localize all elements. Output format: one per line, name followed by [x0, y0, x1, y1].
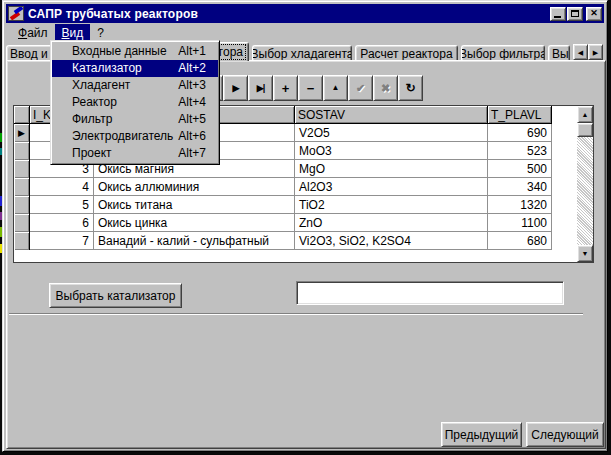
- next-page-button[interactable]: Следующий: [526, 422, 604, 447]
- selected-catalyst-input[interactable]: [296, 281, 564, 305]
- nav-last-button[interactable]: ▶|: [248, 75, 273, 101]
- post-record-icon: ✔: [356, 83, 365, 94]
- nav-delete-button[interactable]: −: [298, 75, 323, 101]
- delete-record-icon: −: [307, 82, 315, 95]
- select-catalyst-button[interactable]: Выбрать катализатор: [49, 283, 182, 308]
- tab-reactor-calc[interactable]: Расчет реактора: [355, 45, 458, 61]
- maximize-button[interactable]: [567, 7, 583, 21]
- previous-page-button[interactable]: Предыдущий: [441, 422, 522, 447]
- view-menu-dropdown: Входные данныеAlt+1 КатализаторAlt+2 Хла…: [50, 40, 220, 165]
- chevron-left-icon: ◀: [578, 49, 583, 56]
- grid-header-sostav[interactable]: SOSTAV: [295, 106, 488, 124]
- next-record-icon: ▶: [233, 84, 239, 93]
- scrollbar-down-button[interactable]: ▼: [577, 245, 593, 262]
- nav-cancel-button[interactable]: ✖: [373, 75, 398, 101]
- nav-insert-button[interactable]: +: [273, 75, 298, 101]
- table-row[interactable]: 5 Окись титана TiO2 1320: [14, 196, 577, 214]
- menu-item-project[interactable]: ПроектAlt+7: [52, 145, 218, 162]
- current-row-indicator: ▶: [14, 124, 30, 142]
- minimize-button[interactable]: [550, 7, 566, 21]
- app-icon: [8, 6, 24, 21]
- tab-select-filter[interactable]: Выбор фильтра: [461, 45, 545, 61]
- menu-item-coolant[interactable]: ХладагентAlt+3: [52, 77, 218, 94]
- arrow-up-icon: ▲: [582, 111, 589, 118]
- titlebar[interactable]: САПР трубчатых реакторов ✕: [6, 4, 604, 23]
- tab-scroll-left-button[interactable]: ◀: [573, 44, 588, 60]
- close-icon: ✕: [590, 9, 598, 18]
- grid-vertical-scrollbar[interactable]: ▲ ▼: [577, 106, 593, 262]
- minimize-icon: [554, 16, 561, 18]
- nav-next-button[interactable]: ▶: [223, 75, 248, 101]
- tab-select-coolant[interactable]: Выбор хладагента: [252, 45, 352, 61]
- grid-header-indicator: [14, 106, 30, 124]
- nav-post-button[interactable]: ✔: [348, 75, 373, 101]
- cancel-record-icon: ✖: [381, 83, 390, 94]
- panel-divider: [9, 313, 583, 315]
- refresh-icon: ↻: [405, 82, 415, 94]
- maximize-icon: [571, 10, 579, 17]
- scrollbar-up-button[interactable]: ▲: [577, 106, 593, 123]
- nav-edit-button[interactable]: ▲: [323, 75, 348, 101]
- table-row[interactable]: 4 Окись аллюминия Al2O3 340: [14, 178, 577, 196]
- grid-header-t-plavl[interactable]: T_PLAVL: [488, 106, 552, 124]
- arrow-down-icon: ▼: [582, 250, 589, 257]
- chevron-right-icon: ▶: [593, 49, 598, 56]
- window-title: САПР трубчатых реакторов: [28, 7, 198, 21]
- scrollbar-track[interactable]: [577, 137, 593, 245]
- edit-record-icon: ▲: [332, 84, 340, 92]
- last-record-icon: ▶|: [257, 84, 264, 93]
- nav-refresh-button[interactable]: ↻: [398, 75, 423, 101]
- current-row-icon: ▶: [18, 129, 25, 138]
- menu-item-reactor[interactable]: РеакторAlt+4: [52, 94, 218, 111]
- tab-truncated[interactable]: Выб: [548, 45, 570, 61]
- table-row[interactable]: 7 Ванадий - калий - сульфатный Vi2O3, Si…: [14, 232, 577, 250]
- menu-file[interactable]: Файл: [11, 24, 55, 43]
- close-button[interactable]: ✕: [586, 7, 602, 21]
- insert-record-icon: +: [282, 82, 290, 95]
- scrollbar-thumb[interactable]: [577, 123, 593, 137]
- menu-item-input-data[interactable]: Входные данныеAlt+1: [52, 43, 218, 60]
- tab-scroller: ◀ ▶: [573, 44, 603, 60]
- menu-item-catalyst[interactable]: КатализаторAlt+2: [52, 60, 218, 77]
- menu-item-filter[interactable]: ФильтрAlt+5: [52, 111, 218, 128]
- menu-item-motor[interactable]: ЭлектродвигательAlt+6: [52, 128, 218, 145]
- app-window: САПР трубчатых реакторов ✕ Файл Вид ? Вв…: [2, 0, 608, 452]
- tab-scroll-right-button[interactable]: ▶: [588, 44, 603, 60]
- table-row[interactable]: 6 Окись цинка ZnO 1100: [14, 214, 577, 232]
